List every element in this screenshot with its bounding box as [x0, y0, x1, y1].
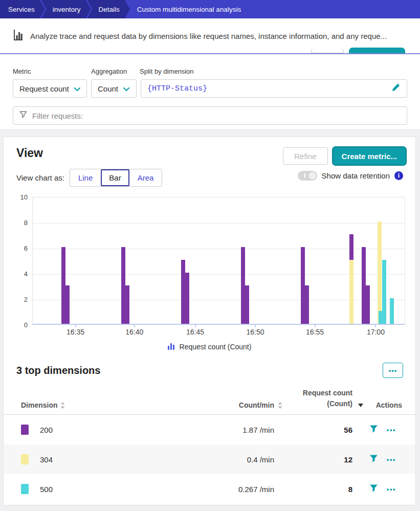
chart-bar[interactable] [65, 285, 70, 324]
table-row[interactable]: 2001.87 /min56••• [4, 415, 415, 445]
create-metric-button[interactable]: Create metric... [332, 146, 407, 166]
x-tick-mark [255, 325, 256, 327]
info-icon[interactable]: i [394, 171, 403, 180]
x-tick-mark [134, 325, 135, 327]
bar-segment-200 [366, 285, 370, 324]
bar-segment-200 [121, 247, 125, 324]
x-tick-label: 17:00 [367, 328, 385, 336]
y-tick-label: 6 [24, 245, 28, 252]
split-dimension-field[interactable]: {HTTP-Status} [141, 79, 407, 98]
view-card: View Refine Create metric... View chart … [3, 137, 416, 505]
filter-dimension-icon[interactable] [369, 484, 378, 494]
split-by-dimension-label: Split by dimension [140, 68, 194, 75]
filter-dimension-icon[interactable] [369, 425, 378, 435]
y-tick-label: 4 [24, 270, 28, 278]
chart-bar[interactable] [349, 234, 353, 324]
column-header-dimension[interactable]: Dimension [21, 401, 172, 409]
x-tick-label: 16:35 [67, 328, 84, 336]
row-more-actions-icon[interactable]: ••• [387, 485, 396, 493]
legend-bars-icon [168, 342, 175, 352]
breadcrumb-item-services[interactable]: Services [0, 0, 45, 18]
y-tick-label: 8 [24, 219, 28, 227]
top-dimensions-title: 3 top dimensions [16, 365, 100, 376]
chart-mode-bar[interactable]: Bar [101, 169, 129, 186]
chart-mode-line[interactable]: Line [70, 169, 101, 186]
dimensions-table-body: 2001.87 /min56•••3040.4 /min12•••5000.26… [4, 415, 415, 504]
dimension-color-swatch [21, 454, 29, 464]
dimension-value: 304 [29, 455, 172, 464]
filter-dimension-icon[interactable] [369, 455, 378, 464]
row-actions: ••• [352, 425, 403, 435]
x-tick-label: 16:55 [306, 328, 324, 336]
bar-segment-304 [378, 221, 382, 324]
chart-bar[interactable] [121, 247, 125, 324]
chart-bar[interactable] [245, 285, 249, 324]
chart-bar[interactable] [61, 247, 65, 324]
refine-button[interactable]: Refine [283, 147, 327, 165]
chart-x-axis: 16:3516:4016:4516:5016:5517:00 [32, 325, 405, 338]
analysis-controls: Metric Aggregation Split by dimension Re… [0, 54, 420, 129]
page-description-bar: Analyze trace and request data by dimens… [0, 18, 420, 54]
metric-dropdown[interactable]: Request count [13, 79, 87, 98]
column-header-request-count[interactable]: Request count (Count) [274, 388, 352, 409]
cutoff-button-secondary[interactable] [311, 48, 344, 53]
breadcrumb-item-details[interactable]: Details [87, 0, 130, 18]
edit-pencil-icon[interactable] [391, 83, 401, 94]
show-data-retention-toggle[interactable] [298, 171, 317, 181]
chart-bar[interactable] [125, 285, 129, 324]
chart-bar[interactable] [366, 285, 370, 324]
table-row[interactable]: 3040.4 /min12••• [4, 445, 415, 474]
split-dimension-value: {HTTP-Status} [147, 84, 391, 93]
count-per-min-value: 0.4 /min [172, 455, 274, 464]
metric-value: Request count [19, 84, 69, 93]
chart-plot-area[interactable] [32, 197, 405, 325]
aggregation-value: Count [98, 84, 118, 93]
breadcrumb-current: Custom multidimensional analysis [130, 0, 241, 18]
filter-requests-input[interactable]: Filter requests: [13, 106, 407, 125]
cutoff-button-primary[interactable] [349, 48, 405, 53]
sort-desc-icon [358, 404, 363, 407]
chart-bar[interactable] [241, 247, 245, 324]
chart-bar[interactable] [305, 285, 309, 324]
bar-segment-200 [65, 285, 70, 324]
view-chart-as-label: View chart as: [16, 173, 64, 182]
gridline-y8 [33, 223, 405, 224]
column-header-count-min[interactable]: Count/min [172, 401, 274, 409]
request-count-value: 56 [274, 426, 352, 434]
chart-bar[interactable] [301, 247, 305, 324]
x-tick-label: 16:45 [186, 328, 204, 336]
filter-funnel-icon [19, 111, 27, 121]
table-more-actions-button[interactable]: ••• [383, 363, 403, 378]
sort-icon [60, 402, 65, 409]
show-data-retention-label: Show data retention [322, 171, 390, 180]
chart-bar[interactable] [378, 221, 382, 324]
dimension-color-swatch [21, 484, 29, 494]
chevron-down-icon [123, 84, 129, 93]
chart-bar[interactable] [181, 260, 185, 324]
bar-segment-200 [181, 260, 185, 324]
dimension-value: 500 [29, 485, 172, 494]
dimension-header-label: Dimension [21, 401, 58, 409]
y-tick-label: 0 [24, 321, 28, 329]
breadcrumb: ServicesinventoryDetails Custom multidim… [0, 0, 420, 18]
chart-bar[interactable] [185, 273, 189, 324]
view-title: View [16, 146, 43, 160]
dimension-value: 200 [29, 426, 172, 434]
bar-segment-200 [241, 247, 245, 324]
row-more-actions-icon[interactable]: ••• [387, 426, 396, 434]
bar-segment-200 [185, 273, 189, 324]
chart-mode-area[interactable]: Area [129, 169, 162, 186]
chart-bar[interactable] [382, 260, 386, 324]
chevron-down-icon [74, 84, 80, 93]
y-tick-label: 2 [24, 296, 28, 303]
bar-segment-200 [362, 247, 366, 324]
breadcrumb-item-inventory[interactable]: inventory [41, 0, 91, 18]
aggregation-dropdown[interactable]: Count [91, 79, 137, 98]
chart-bar[interactable] [390, 298, 394, 324]
aggregation-label: Aggregation [91, 68, 140, 75]
row-more-actions-icon[interactable]: ••• [387, 456, 396, 463]
table-row[interactable]: 5000.267 /min8••• [4, 474, 415, 504]
chart-bar[interactable] [362, 247, 366, 324]
bar-segment-200 [125, 285, 129, 324]
filter-placeholder: Filter requests: [32, 112, 83, 120]
